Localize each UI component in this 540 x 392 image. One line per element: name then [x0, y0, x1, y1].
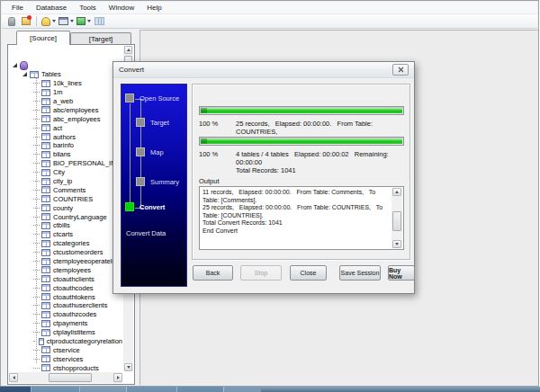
table-icon	[41, 115, 50, 122]
scroll-up-icon[interactable]	[392, 188, 401, 196]
back-button[interactable]: Back	[193, 265, 233, 281]
menu-bar: File Database Tools Window Help	[2, 2, 537, 14]
schema-view-icon[interactable]	[58, 15, 75, 28]
scroll-up-icon[interactable]	[124, 46, 132, 54]
tree-item-table[interactable]: ctbills	[10, 221, 122, 230]
tree-item-table[interactable]: ctoauthtokens	[10, 292, 122, 301]
tree-item-table[interactable]: ctoauthcodes	[10, 283, 122, 292]
dialog-titlebar[interactable]: Convert	[113, 62, 414, 78]
tree-root-database[interactable]	[10, 61, 122, 70]
tree-item-table[interactable]: abc_employees	[10, 114, 122, 123]
tree-item-table[interactable]: city_ip	[10, 177, 122, 186]
table-icon	[41, 89, 50, 96]
tree-item-table[interactable]: ctshopproducts	[10, 363, 122, 372]
tree-item-table[interactable]: ctcustomeorders	[10, 248, 122, 257]
tab-source[interactable]: [Source]	[16, 31, 70, 45]
expander-icon[interactable]	[22, 72, 27, 76]
table-icon	[41, 258, 50, 265]
menu-item[interactable]: Help	[140, 3, 167, 13]
tree-item-table[interactable]: ctservice	[10, 346, 122, 355]
tree-item-table[interactable]: bilans	[10, 150, 122, 159]
menu-item[interactable]: Tools	[73, 3, 103, 13]
tree-node-tables[interactable]: Tables	[10, 70, 122, 79]
menu-item[interactable]: Window	[103, 3, 140, 13]
tree-item-table[interactable]: CountryLanguage	[10, 212, 122, 221]
table-icon	[41, 293, 50, 300]
table-icon	[41, 151, 50, 158]
output-line: 25 records, Elapsed: 00:00:00. From Tabl…	[202, 204, 389, 219]
tree-item-table[interactable]: ctcategories	[10, 239, 122, 248]
toolbar	[2, 14, 537, 29]
table-icon	[41, 186, 50, 193]
table-icon	[41, 284, 50, 291]
tree-item-table[interactable]: ctservices	[10, 354, 122, 363]
tree-item-table[interactable]: ctoauthuserclients	[10, 301, 122, 310]
tree-item-table[interactable]: ctemployeeoperatelog	[10, 257, 122, 266]
tree-item-table[interactable]: BIO_PERSONAL_INF	[10, 159, 122, 168]
table-icon	[41, 222, 50, 229]
connect-icon[interactable]	[4, 15, 18, 28]
table-icon	[41, 240, 50, 247]
output-textbox[interactable]: 11 records, Elapsed: 00:00:00. From Tabl…	[199, 186, 404, 250]
tree-item-table[interactable]: abc/employees	[10, 105, 122, 114]
tree-item-table[interactable]: barinfo	[10, 141, 122, 150]
wizard-step: Map	[136, 147, 164, 156]
tree-item-table[interactable]: authors	[10, 132, 122, 141]
table-icon	[41, 178, 50, 185]
disconnect-icon[interactable]	[19, 15, 32, 28]
tree-item-table[interactable]: ctcarts	[10, 230, 122, 239]
dialog-title: Convert	[119, 66, 144, 74]
scrollbar-thumb[interactable]	[49, 373, 92, 382]
tree-item-table[interactable]: act	[10, 123, 122, 132]
menu-item[interactable]: Database	[30, 3, 73, 13]
windows-taskbar[interactable]	[0, 387, 540, 392]
table-icon	[41, 266, 50, 273]
scroll-down-icon[interactable]	[392, 240, 401, 248]
tree-item-table[interactable]: county	[10, 203, 122, 212]
output-label: Output	[199, 177, 220, 185]
output-vertical-scrollbar[interactable]	[392, 188, 402, 248]
dialog-body: Open Source Target Map	[113, 78, 414, 293]
tree-item-table[interactable]: COUNTRIES	[10, 194, 122, 203]
tree-horizontal-scrollbar[interactable]	[9, 372, 122, 383]
wizard-caption: Convert Data	[126, 229, 166, 237]
tab-target[interactable]: [Target]	[70, 32, 131, 45]
tree-item-table[interactable]: 1m	[10, 88, 122, 97]
scroll-right-icon[interactable]	[113, 373, 122, 382]
table-icon	[41, 169, 50, 176]
tree-item-table[interactable]: ctproductcategoryrelation	[10, 337, 122, 346]
tree-item-table[interactable]: a_web	[10, 97, 122, 106]
table-icon	[39, 338, 44, 345]
table-icon	[41, 133, 50, 140]
tree-item-table[interactable]: City	[10, 168, 122, 177]
toolbar-separator	[36, 16, 37, 26]
table-icon	[41, 195, 50, 202]
tree-item-table[interactable]: ctoauthclients	[10, 274, 122, 283]
save-session-button[interactable]: Save Session	[339, 265, 381, 281]
buy-now-button[interactable]: Buy Now	[388, 265, 415, 281]
data-grid-icon[interactable]	[93, 15, 106, 28]
open-database-icon[interactable]	[40, 15, 57, 28]
dropdown-arrow-icon	[70, 20, 74, 22]
scroll-left-icon[interactable]	[9, 373, 18, 382]
tree-item-table[interactable]: ctpayments	[10, 319, 122, 328]
stop-button: Stop	[240, 265, 282, 281]
tree-item-table[interactable]: 10k_lines	[10, 79, 122, 88]
convert-wizard-icon[interactable]	[76, 15, 92, 28]
wizard-step: Target	[136, 118, 169, 127]
tree-item-table[interactable]: ctoauthzcodes	[10, 310, 122, 319]
dropdown-arrow-icon	[87, 20, 91, 22]
menu-item[interactable]: File	[5, 3, 30, 13]
close-icon[interactable]	[392, 64, 409, 76]
tree-item-table[interactable]: ctemployees	[10, 265, 122, 274]
close-button[interactable]: Close	[290, 265, 327, 281]
tree-item-table[interactable]: ctplaylistitems	[10, 328, 122, 337]
table-icon	[41, 355, 50, 362]
table-icon	[41, 231, 50, 238]
scrollbar-thumb[interactable]	[392, 211, 401, 231]
output-line: End Convert	[202, 227, 389, 236]
table-icon	[41, 80, 50, 87]
scroll-down-icon[interactable]	[124, 363, 132, 371]
tree-item-table[interactable]: Comments	[10, 185, 122, 194]
expander-icon[interactable]	[13, 63, 17, 67]
